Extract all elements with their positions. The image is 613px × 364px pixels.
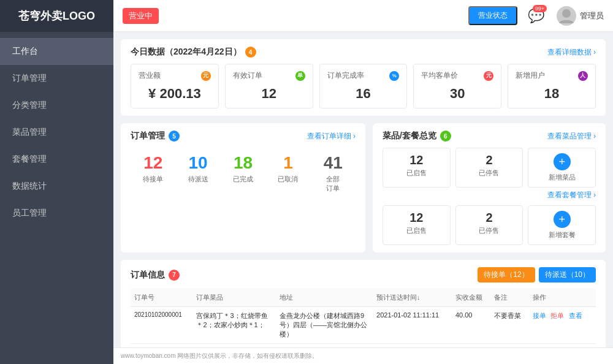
package-inactive-num: 2	[485, 211, 492, 225]
accept-link[interactable]: 接单	[533, 312, 546, 319]
order-mgmt-title: 订单管理 5	[131, 131, 180, 142]
stat-completion-value: 16	[327, 86, 400, 102]
reject-link[interactable]: 拒单	[550, 312, 564, 319]
today-detail-link[interactable]: 查看详细数据 ›	[547, 47, 596, 58]
cell-address: 金燕龙办公楼（建材城西路9号）四层（——宾馆北侧办公楼）	[276, 307, 373, 344]
user-menu[interactable]: 管理员	[557, 6, 604, 26]
dish-header: 菜品/套餐总览 6 查看菜品管理 ›	[383, 131, 596, 142]
package-active-count: 12 已启售	[383, 205, 451, 245]
dish-inactive-num: 2	[485, 153, 492, 167]
order-mgmt-title-text: 订单管理	[131, 131, 165, 142]
stat-new-users: 新增用户 人 18	[508, 64, 596, 108]
topbar: 营业中 营业状态 💬 99+ 管理员	[113, 0, 613, 32]
package-inactive-label: 已停售	[479, 226, 499, 235]
today-title: 今日数据（2022年4月22日） 4	[131, 47, 256, 58]
cell-actions: 接单 拒单 查看	[529, 307, 596, 344]
business-state-button[interactable]: 营业状态	[468, 6, 517, 25]
message-badge: 99+	[533, 5, 547, 12]
stat-orders-label: 有效订单	[233, 70, 262, 81]
order-info-title-text: 订单信息	[131, 270, 165, 281]
dish-grid: 12 已启售 2 已停售 + 新增菜品	[383, 148, 596, 188]
sidebar-item-packages[interactable]: 套餐管理	[0, 146, 113, 173]
cell-remark: 不要香菜	[490, 307, 529, 344]
col-time: 预计送达时间↓	[373, 289, 452, 307]
user-name: 管理员	[580, 10, 604, 21]
dish-title: 菜品/套餐总览 6	[383, 131, 451, 142]
stat-orders-dot: 单	[295, 71, 305, 81]
order-info-badge: 7	[169, 270, 180, 281]
svg-point-0	[562, 9, 571, 18]
pending-label: 待接单	[133, 175, 173, 184]
package-active-num: 12	[409, 211, 423, 225]
stat-orders-value: 12	[233, 86, 305, 102]
message-button[interactable]: 💬 99+	[525, 5, 547, 27]
cell-amount: 40.00	[452, 307, 490, 344]
today-badge: 4	[245, 47, 256, 58]
table-header-row: 订单号 订单菜品 地址 预计送达时间↓ 实收金额 备注 操作	[131, 289, 596, 307]
all-label: 全部订单	[313, 175, 353, 193]
dish-inactive-label: 已停售	[479, 169, 499, 178]
stat-orders: 有效订单 单 12	[225, 64, 313, 108]
sidebar-logo: 苍穹外卖LOGO	[0, 0, 113, 32]
package-grid: 12 已启售 2 已停售 + 新增套餐	[383, 205, 596, 245]
view-link[interactable]: 查看	[569, 312, 582, 319]
dish-active-count: 12 已启售	[383, 148, 451, 188]
order-stat-done[interactable]: 18 已完成	[221, 148, 265, 198]
stat-users-value: 18	[516, 86, 588, 102]
order-mgmt-header: 订单管理 5 查看订单详细 ›	[131, 131, 356, 142]
done-label: 已完成	[223, 175, 263, 184]
cell-dish: 宫保鸡丁＊3；红烧带鱼＊2；农家小炒肉＊1；	[192, 307, 276, 344]
done-count: 18	[223, 153, 263, 173]
order-stat-all[interactable]: 41 全部订单	[311, 148, 356, 198]
col-amount: 实收金额	[452, 289, 490, 307]
col-action: 操作	[529, 289, 596, 307]
table-row: 20210102000001 宫保鸡丁＊3；红烧带鱼＊2；农家小炒肉＊1； 金燕…	[131, 307, 596, 344]
dispatch-count: 10	[178, 153, 218, 173]
sidebar: 苍穹外卖LOGO 工作台 订单管理 分类管理 菜品管理 套餐管理 数据统计 员工…	[0, 0, 113, 364]
stat-completion-dot: %	[389, 71, 399, 81]
sidebar-item-categories[interactable]: 分类管理	[0, 92, 113, 119]
sidebar-nav: 工作台 订单管理 分类管理 菜品管理 套餐管理 数据统计 员工管理	[0, 32, 113, 364]
footer-note: www.toymoban.com 网络图片仅供展示，非存储，如有侵权请联系删除。	[113, 347, 613, 364]
dispatch-filter-button[interactable]: 待派送（10）	[539, 267, 596, 282]
pending-filter-button[interactable]: 待接单（12）	[478, 267, 535, 282]
dish-inactive-count: 2 已停售	[455, 148, 524, 188]
sidebar-item-stats[interactable]: 数据统计	[0, 173, 113, 200]
sidebar-item-staff[interactable]: 员工管理	[0, 200, 113, 227]
order-mgmt-card: 订单管理 5 查看订单详细 › 12 待接单 10 待派送 18	[121, 123, 365, 252]
package-inactive-count: 2 已停售	[455, 205, 524, 245]
add-package-label: 新增套餐	[549, 230, 576, 240]
stat-revenue-header: 营业额 元	[139, 70, 211, 81]
cell-order-id: 20210102000001	[131, 307, 192, 344]
pending-count: 12	[133, 153, 173, 173]
order-stat-cancelled[interactable]: 1 已取消	[265, 148, 310, 198]
order-info-header: 订单信息 7 待接单（12） 待派送（10）	[131, 267, 596, 282]
cancelled-count: 1	[268, 153, 308, 173]
stat-revenue-dot: 元	[201, 71, 211, 81]
sidebar-item-dishes[interactable]: 菜品管理	[0, 119, 113, 146]
avatar	[557, 6, 576, 26]
two-col-section: 订单管理 5 查看订单详细 › 12 待接单 10 待派送 18	[121, 123, 606, 252]
add-dish-icon[interactable]: +	[554, 153, 571, 170]
order-table-head: 订单号 订单菜品 地址 预计送达时间↓ 实收金额 备注 操作	[131, 289, 596, 307]
stat-avg-header: 平均客单价 元	[421, 70, 493, 81]
order-stat-dispatch[interactable]: 10 待派送	[175, 148, 220, 198]
sidebar-item-workbench[interactable]: 工作台	[0, 38, 113, 65]
dish-mgmt-link[interactable]: 查看菜品管理 ›	[547, 131, 596, 142]
dish-active-label: 已启售	[406, 169, 427, 178]
content-area: 今日数据（2022年4月22日） 4 查看详细数据 › 营业额 元 ¥ 200.…	[113, 32, 613, 364]
col-address: 地址	[276, 289, 373, 307]
col-order-id: 订单号	[131, 289, 192, 307]
dispatch-label: 待派送	[178, 175, 218, 184]
stat-avg-label: 平均客单价	[421, 70, 458, 81]
today-data-card: 今日数据（2022年4月22日） 4 查看详细数据 › 营业额 元 ¥ 200.…	[121, 39, 606, 116]
add-package-icon[interactable]: +	[554, 211, 571, 228]
sidebar-item-orders[interactable]: 订单管理	[0, 65, 113, 92]
add-dish-cell[interactable]: + 新增菜品	[528, 148, 596, 188]
stat-completion: 订单完成率 % 16	[319, 64, 408, 108]
add-package-cell[interactable]: + 新增套餐	[528, 205, 596, 245]
package-mgmt-link[interactable]: 查看套餐管理 ›	[547, 191, 596, 199]
order-stat-pending[interactable]: 12 待接单	[131, 148, 175, 198]
cancelled-label: 已取消	[268, 175, 308, 184]
order-detail-link[interactable]: 查看订单详细 ›	[307, 131, 356, 142]
